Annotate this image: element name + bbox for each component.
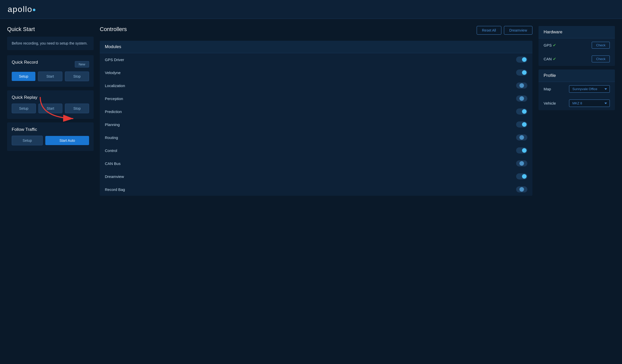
module-row-control: Control [100, 144, 532, 157]
module-row-record-bag: Record Bag [100, 183, 532, 196]
module-name-gps-driver: GPS Driver [105, 58, 124, 62]
follow-traffic-section: Follow Traffic Setup Start Auto [7, 122, 94, 151]
module-toggle-control[interactable] [516, 147, 527, 153]
hardware-gps-row: GPS ✔ Check [539, 38, 615, 52]
controllers-panel: Controllers Reset All Dreamview Modules … [100, 26, 532, 196]
module-toggle-prediction[interactable] [516, 108, 527, 115]
quick-record-btn-row: Setup Start Stop [12, 72, 89, 81]
gps-check-icon: ✔ [553, 43, 556, 47]
modules-box: Modules GPS Driver Velodyne Localization… [100, 41, 532, 196]
module-row-dreamview: Dreamview [100, 170, 532, 183]
module-row-can-bus: CAN Bus [100, 157, 532, 170]
header-btn-group: Reset All Dreamview [477, 26, 532, 35]
module-name-routing: Routing [105, 135, 118, 140]
quick-replay-start-button[interactable]: Start [38, 104, 63, 113]
dreamview-button[interactable]: Dreamview [504, 26, 532, 35]
module-toggle-velodyne[interactable] [516, 69, 527, 76]
module-row-routing: Routing [100, 131, 532, 144]
quick-record-section: Quick Record New Setup Start Stop [7, 55, 94, 87]
module-name-can-bus: CAN Bus [105, 161, 121, 166]
can-check-button[interactable]: Check [592, 55, 610, 62]
header: apollo [0, 0, 622, 19]
profile-vehicle-label: Vehicle [544, 101, 556, 105]
module-name-velodyne: Velodyne [105, 71, 121, 75]
quick-replay-stop-button[interactable]: Stop [65, 104, 89, 113]
hardware-gps-label: GPS ✔ [544, 43, 556, 48]
profile-box: Profile Map Sunnyvale Office San Jose Mo… [539, 69, 615, 110]
info-box: Before recording, you need to setup the … [7, 37, 94, 50]
right-panel: Hardware GPS ✔ Check CAN ✔ Check Profile… [539, 26, 615, 110]
follow-traffic-start-auto-button[interactable]: Start Auto [45, 136, 89, 145]
module-row-prediction: Prediction [100, 105, 532, 118]
profile-map-select[interactable]: Sunnyvale Office San Jose Mountain View [569, 85, 610, 93]
profile-vehicle-select[interactable]: MKZ 8 MKZ 2 Lincoln MKZ [569, 100, 610, 107]
module-toggle-routing[interactable] [516, 134, 527, 141]
controllers-header: Controllers Reset All Dreamview [100, 26, 532, 37]
profile-map-row: Map Sunnyvale Office San Jose Mountain V… [539, 82, 615, 96]
quick-start-panel: Quick Start Before recording, you need t… [7, 26, 94, 151]
new-badge: New [75, 61, 89, 67]
hardware-box: Hardware GPS ✔ Check CAN ✔ Check [539, 26, 615, 66]
module-name-control: Control [105, 148, 117, 153]
quick-record-stop-button[interactable]: Stop [65, 72, 89, 81]
quick-record-start-button[interactable]: Start [38, 72, 62, 81]
quick-start-title: Quick Start [7, 26, 94, 33]
follow-traffic-label: Follow Traffic [12, 127, 89, 132]
logo-dot [33, 9, 35, 11]
quick-replay-setup-button[interactable]: Setup [12, 104, 36, 113]
follow-traffic-btn-row: Setup Start Auto [12, 136, 89, 145]
module-name-record-bag: Record Bag [105, 187, 125, 192]
module-toggle-localization[interactable] [516, 82, 527, 89]
quick-record-setup-button[interactable]: Setup [12, 72, 35, 81]
module-name-prediction: Prediction [105, 109, 122, 114]
profile-vehicle-row: Vehicle MKZ 8 MKZ 2 Lincoln MKZ [539, 96, 615, 110]
quick-replay-btn-row: Setup Start Stop [12, 104, 89, 113]
gps-check-button[interactable]: Check [592, 42, 610, 49]
module-name-localization: Localization [105, 83, 125, 88]
quick-record-label: Quick Record [12, 60, 38, 65]
module-row-localization: Localization [100, 79, 532, 92]
profile-map-label: Map [544, 87, 551, 91]
module-toggle-perception[interactable] [516, 95, 527, 102]
follow-traffic-setup-button[interactable]: Setup [12, 136, 43, 145]
module-toggle-record-bag[interactable] [516, 186, 527, 192]
module-toggle-gps-driver[interactable] [516, 57, 527, 63]
hardware-can-label: CAN ✔ [544, 57, 556, 61]
reset-all-button[interactable]: Reset All [477, 26, 501, 35]
quick-replay-section: Quick Replay Setup Start Stop [7, 90, 94, 119]
logo: apollo [8, 5, 614, 14]
module-toggle-planning[interactable] [516, 121, 527, 128]
module-row-gps-driver: GPS Driver [100, 53, 532, 66]
module-name-planning: Planning [105, 122, 120, 127]
module-name-perception: Perception [105, 96, 123, 101]
module-row-planning: Planning [100, 118, 532, 131]
main-content: Quick Start Before recording, you need t… [0, 19, 622, 201]
can-check-icon: ✔ [553, 57, 556, 61]
hardware-title: Hardware [539, 26, 615, 38]
module-toggle-dreamview[interactable] [516, 173, 527, 179]
quick-replay-label: Quick Replay [12, 95, 89, 100]
controllers-title: Controllers [100, 26, 127, 33]
profile-title: Profile [539, 69, 615, 82]
module-row-perception: Perception [100, 92, 532, 105]
module-toggle-can-bus[interactable] [516, 160, 527, 166]
module-name-dreamview: Dreamview [105, 174, 124, 179]
follow-traffic-wrapper: Follow Traffic Setup Start Auto [7, 122, 94, 151]
hardware-can-row: CAN ✔ Check [539, 52, 615, 66]
module-row-velodyne: Velodyne [100, 66, 532, 79]
modules-title: Modules [100, 41, 532, 53]
